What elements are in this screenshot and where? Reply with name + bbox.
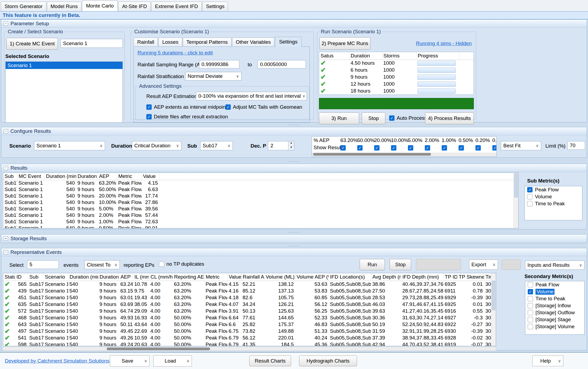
rep-col-cl-mm-hr[interactable]: CL (mm/hr) [149, 273, 173, 281]
scenario-list-item[interactable]: Scenario 1 [6, 62, 122, 69]
closest-to-select[interactable]: Closest To∨ [84, 260, 120, 269]
prepare-mc-runs-button[interactable]: 2) Prepare MC Runs [319, 37, 370, 50]
tab-settings[interactable]: Settings [202, 2, 228, 11]
scenario-select[interactable]: Scenario 1∨ [34, 141, 105, 150]
load-select[interactable]: Load∨ [153, 355, 192, 367]
rep-col-status[interactable]: Status [3, 273, 15, 281]
results-col-aep[interactable]: AEP [98, 173, 117, 180]
vscroll-thumb[interactable] [514, 173, 518, 198]
rep-events-row[interactable]: ✔635Sub17Scenario 15409 hours63.6938.054… [3, 301, 496, 308]
secondary-metric-item-storage-volume[interactable]: [Storage] Volume [525, 323, 584, 330]
auto-process-checkbox[interactable]: ✓ [389, 115, 395, 121]
configure-results-header[interactable]: − Configure Results [1, 127, 587, 135]
rep-col-rainfall-aep[interactable]: Rainfall AEP [241, 273, 264, 281]
result-charts-button[interactable]: Result Charts [249, 356, 291, 366]
customise-tab-settings[interactable]: Settings [275, 37, 302, 47]
secondary-metric-checkbox[interactable] [528, 296, 533, 301]
spin-up-icon[interactable]: ▲ [288, 141, 294, 146]
collapse-icon[interactable]: − [4, 21, 8, 26]
rep-col-ifd-depth-mm[interactable]: IFD Depth (mm) [401, 273, 443, 281]
sub-metrics-list[interactable]: ✓Peak FlowVolumeTime to Peak [524, 186, 582, 220]
results-row[interactable]: Sub17Scenario 15409 hours20.00%Peak Flow… [3, 193, 514, 199]
sub-metric-checkbox[interactable] [527, 201, 533, 206]
expand-icon[interactable]: + [4, 236, 8, 241]
rep-col-value[interactable]: Value [227, 273, 241, 281]
results-row[interactable]: Sub17Scenario 15409 hours10.00%Peak Flow… [3, 199, 514, 206]
tab-extreme-event-ifd[interactable]: Extreme Event IFD [151, 2, 202, 11]
secondary-metrics-list[interactable]: Peak Flow✓VolumeTime to Peak[Storage] In… [525, 281, 585, 335]
create-mc-event-button[interactable]: 1) Create MC Event [6, 38, 58, 50]
rep-events-row[interactable]: ✔643Sub17Scenario 15409 hours50.1143.644… [3, 321, 496, 328]
show-results-checkbox[interactable]: ✓ [374, 145, 379, 151]
vscroll-thumb[interactable] [492, 281, 495, 310]
rep-run-button[interactable]: Run [360, 259, 385, 270]
scenario-listbox[interactable]: Scenario 1 [5, 61, 123, 123]
rep-col-sub[interactable]: Sub [28, 273, 43, 281]
running-sims-link[interactable]: Running 4 sims - Hidden [416, 41, 472, 46]
secondary-metric-checkbox[interactable] [528, 303, 533, 308]
process-results-button[interactable]: 4) Process Results [425, 112, 474, 124]
sub-metric-checkbox[interactable]: ✓ [527, 187, 533, 192]
rep-col-tp-id[interactable]: TP ID [443, 273, 457, 281]
storage-results-header[interactable]: + Storage Results [1, 235, 587, 243]
rep-col-volume-ml[interactable]: Volume (ML) [264, 273, 295, 281]
show-results-checkbox[interactable]: ✓ [391, 145, 396, 151]
splitter[interactable]: ····· [1, 123, 587, 126]
advanced-checkbox[interactable]: ✓ [146, 114, 152, 119]
rep-col-ifd-location-s[interactable]: IFD Location(s) [329, 273, 371, 281]
aep-hscrollbar[interactable] [312, 152, 496, 156]
sampling-from-input[interactable]: 0.99999386 [199, 60, 239, 68]
sub-metric-item-volume[interactable]: Volume [525, 193, 582, 200]
customise-tab-rainfall[interactable]: Rainfall [133, 38, 158, 47]
hydrograph-charts-button[interactable]: Hydrograph Charts [299, 356, 357, 366]
show-results-checkbox[interactable]: ✓ [408, 145, 413, 151]
rep-events-table[interactable]: StatusIDSubScenarioDuration (min)Duratio… [3, 273, 496, 346]
show-results-checkbox[interactable]: ✓ [357, 145, 363, 151]
dec-p-value[interactable]: 2 [268, 141, 288, 150]
splitter[interactable]: ····· [1, 230, 587, 233]
inputs-results-select[interactable]: Inputs and Results∨ [525, 261, 585, 270]
results-row[interactable]: Sub17Scenario 15409 hours1.00%Peak Flow7… [3, 218, 514, 225]
rep-hscrollbar[interactable] [3, 347, 496, 351]
show-results-checkbox[interactable]: ✓ [340, 145, 346, 151]
best-fit-select[interactable]: Best Fit∨ [501, 141, 541, 150]
results-row[interactable]: Sub17Scenario 15409 hours63.20%Peak Flow… [3, 180, 514, 186]
rep-events-row[interactable]: ✔572Sub17Scenario 15409 hours64.7429.094… [3, 308, 496, 315]
sub-metric-item-peak-flow[interactable]: ✓Peak Flow [525, 186, 582, 193]
rep-events-row[interactable]: ✔439Sub17Scenario 15409 hours63.159.754.… [3, 288, 496, 294]
rep-events-row[interactable]: ✔497Sub17Scenario 15409 hours49.4522.694… [3, 328, 496, 335]
rep-col-reporting-aep[interactable]: Reporting AEP [173, 273, 204, 281]
collapse-icon[interactable]: − [4, 166, 8, 170]
show-results-checkbox[interactable]: ✓ [425, 145, 430, 151]
splitter[interactable]: ····· [1, 244, 587, 247]
parameter-setup-header[interactable]: − Parameter Setup [1, 20, 587, 28]
show-results-checkbox[interactable]: ✓ [459, 145, 464, 151]
tab-at-site-ifd[interactable]: At-Site IFD [118, 2, 151, 11]
results-table[interactable]: SubMC EventDuration (min)DurationAEPMetr… [3, 173, 514, 228]
rep-events-row[interactable]: ✔468Sub17Scenario 15409 hours49.9316.934… [3, 315, 496, 321]
rep-col-il-mm[interactable]: IL (mm) [133, 273, 149, 281]
splitter[interactable]: ····· [1, 159, 587, 163]
results-col-mc-event[interactable]: MC Event [17, 173, 44, 180]
hscroll-thumb[interactable] [313, 153, 431, 156]
sub-metric-checkbox[interactable] [527, 194, 533, 199]
aep-estimation-select[interactable]: 0-100% via expansion of first and last i… [196, 92, 307, 100]
rep-events-row[interactable]: ✔598Sub17Scenario 15409 hours49.2420.634… [3, 341, 496, 346]
rep-col-duration-min[interactable]: Duration (min) [68, 273, 98, 281]
sampling-to-input[interactable]: 0.00050000 [258, 60, 306, 68]
rep-events-row[interactable]: ✔451Sub17Scenario 15409 hours63.0119.434… [3, 294, 496, 301]
secondary-metric-item-storage-outflow[interactable]: [Storage] Outflow [525, 309, 584, 316]
scenario-name-input[interactable]: Scenario 1 [61, 39, 123, 48]
advanced-checkbox[interactable]: ✓ [146, 104, 152, 110]
hscroll-thumb[interactable] [107, 348, 210, 350]
rep-events-row[interactable]: ✔565Sub17Scenario 15409 hours63.2410.784… [3, 281, 496, 288]
credit-link[interactable]: Developed by Catchment Simulation Soluti… [5, 358, 110, 364]
representative-events-header[interactable]: − Representative Events [1, 248, 587, 256]
advanced-checkbox[interactable]: ✓ [225, 104, 231, 110]
stratification-select[interactable]: Normal Deviate ∨ [185, 72, 241, 81]
limit-input[interactable]: 70 [567, 141, 585, 150]
rep-col-aep[interactable]: AEP [119, 273, 133, 281]
duration-select[interactable]: Critical Duration∨ [132, 141, 181, 150]
secondary-metric-checkbox[interactable] [528, 310, 533, 315]
rep-col-volume-aep[interactable]: Volume AEP (%) [295, 273, 329, 281]
